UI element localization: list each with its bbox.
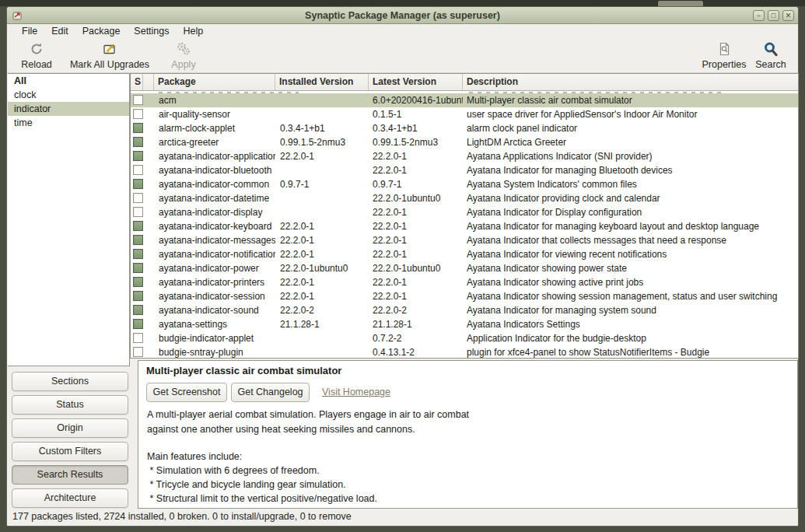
table-row[interactable]: ayatana-indicator-notification22.2.0-122…: [131, 247, 798, 261]
not-installed-checkbox[interactable]: [133, 193, 143, 203]
column-header-status[interactable]: S: [131, 74, 143, 90]
titlebar[interactable]: Synaptic Package Manager (as superuser) …: [7, 7, 798, 24]
not-installed-checkbox[interactable]: [133, 109, 143, 119]
architecture-button[interactable]: Architecture: [12, 488, 128, 508]
description-cell: Ayatana Indicators Settings: [463, 317, 798, 331]
package-table: S Package Installed Version Latest Versi…: [130, 73, 799, 359]
search-results-button[interactable]: Search Results: [12, 465, 128, 485]
not-installed-checkbox[interactable]: [133, 333, 143, 343]
column-header-installed-version[interactable]: Installed Version: [275, 74, 369, 90]
status-text: 177 packages listed, 2724 installed, 0 b…: [12, 509, 352, 524]
search-button[interactable]: Search: [749, 41, 793, 71]
package-name-cell: ayatana-indicator-sound: [154, 303, 275, 317]
column-header-latest-version[interactable]: Latest Version: [369, 74, 463, 90]
menu-help[interactable]: Help: [177, 24, 211, 39]
not-installed-checkbox[interactable]: [133, 165, 143, 175]
installed-checkbox[interactable]: [133, 221, 143, 231]
installed-version-cell: 22.2.0-1: [275, 275, 369, 289]
get-screenshot-button[interactable]: Get Screenshot: [146, 383, 227, 402]
installed-checkbox[interactable]: [133, 249, 143, 259]
package-name-cell: ayatana-indicator-datetime: [154, 191, 275, 205]
installed-version-cell: 22.2.0-1: [275, 289, 369, 303]
status-cell: [131, 219, 154, 233]
menu-package[interactable]: Package: [75, 24, 128, 39]
filter-item-all[interactable]: All: [8, 74, 129, 88]
table-row[interactable]: ayatana-indicator-datetime22.2.0-1ubuntu…: [131, 191, 798, 205]
description-cell: Application Indicator for the budgie-des…: [463, 331, 798, 345]
table-row[interactable]: alarm-clock-applet0.3.4-1+b10.3.4-1+b1al…: [131, 121, 798, 135]
description-cell: Multi-player classic air combat simulato…: [463, 93, 798, 107]
visit-homepage-link[interactable]: Visit Homepage: [322, 383, 390, 402]
table-row[interactable]: acm6.0+20200416-1ubuntuMulti-player clas…: [131, 93, 798, 107]
properties-button[interactable]: Properties: [693, 41, 755, 71]
installed-checkbox[interactable]: [133, 235, 143, 245]
installed-version-cell: 0.99.1.5-2nmu3: [275, 135, 369, 149]
table-row[interactable]: ayatana-indicator-keyboard22.2.0-122.2.0…: [131, 219, 798, 233]
latest-version-cell: 0.3.4-1+b1: [369, 121, 463, 135]
table-row[interactable]: air-quality-sensor0.1.5-1user space driv…: [131, 107, 798, 121]
installed-checkbox[interactable]: [133, 151, 143, 161]
filter-item-indicator[interactable]: indicator: [8, 102, 129, 116]
not-installed-checkbox[interactable]: [133, 347, 143, 357]
installed-version-cell: 21.1.28-1: [275, 317, 369, 331]
status-cell: [131, 261, 154, 275]
close-button[interactable]: ✕: [782, 10, 794, 21]
menu-edit[interactable]: Edit: [44, 24, 75, 39]
installed-version-cell: 22.2.0-1ubuntu0: [275, 261, 369, 275]
installed-checkbox[interactable]: [133, 277, 143, 287]
window-title: Synaptic Package Manager (as superuser): [7, 7, 798, 24]
table-row[interactable]: ayatana-settings21.1.28-121.1.28-1Ayatan…: [131, 317, 798, 331]
maximize-button[interactable]: □: [768, 10, 779, 21]
minimize-button[interactable]: −: [753, 10, 765, 21]
package-name-cell: ayatana-indicator-session: [154, 289, 275, 303]
not-installed-checkbox[interactable]: [133, 95, 143, 105]
status-button[interactable]: Status: [12, 395, 128, 415]
origin-button[interactable]: Origin: [12, 418, 128, 438]
filter-item-time[interactable]: time: [8, 116, 129, 130]
description-cell: Ayatana Indicator showing power state: [463, 261, 798, 275]
reload-button[interactable]: Reload: [13, 41, 60, 71]
latest-version-cell: 22.2.0-1: [369, 233, 463, 247]
get-changelog-button[interactable]: Get Changelog: [231, 383, 310, 402]
latest-version-cell: 0.7.2-2: [369, 331, 463, 345]
column-header-description[interactable]: Description: [463, 74, 798, 90]
installed-version-cell: [275, 345, 369, 359]
installed-checkbox[interactable]: [133, 179, 143, 189]
installed-checkbox[interactable]: [133, 123, 143, 133]
filter-item-clock[interactable]: clock: [8, 88, 129, 102]
package-name-cell: ayatana-indicator-printers: [154, 275, 275, 289]
installed-checkbox[interactable]: [133, 305, 143, 315]
table-row[interactable]: ayatana-indicator-bluetooth22.2.0-1Ayata…: [131, 163, 798, 177]
table-row[interactable]: ayatana-indicator-printers22.2.0-122.2.0…: [131, 275, 798, 289]
table-row[interactable]: ayatana-indicator-sound22.2.0-222.2.0-2A…: [131, 303, 798, 317]
menu-file[interactable]: File: [15, 24, 44, 39]
column-header-package[interactable]: Package: [154, 74, 275, 90]
table-row[interactable]: ayatana-indicator-session22.2.0-122.2.0-…: [131, 289, 798, 303]
installed-checkbox[interactable]: [133, 319, 143, 329]
not-installed-checkbox[interactable]: [133, 207, 143, 217]
table-row[interactable]: ayatana-indicator-application22.2.0-122.…: [131, 149, 798, 163]
description-cell: Ayatana Indicator for managing system so…: [463, 303, 798, 317]
column-header-spacer[interactable]: [143, 74, 154, 90]
menu-settings[interactable]: Settings: [127, 24, 176, 39]
installed-checkbox[interactable]: [133, 291, 143, 301]
clipped-row[interactable]: [131, 91, 798, 93]
table-row[interactable]: arctica-greeter0.99.1.5-2nmu30.99.1.5-2n…: [131, 135, 798, 149]
package-name-cell: ayatana-indicator-common: [154, 177, 275, 191]
mark-all-upgrades-button[interactable]: Mark All Upgrades: [64, 41, 156, 71]
status-cell: [131, 345, 154, 359]
table-row[interactable]: ayatana-indicator-messages22.2.0-122.2.0…: [131, 233, 798, 247]
table-row[interactable]: ayatana-indicator-power22.2.0-1ubuntu022…: [131, 261, 798, 275]
description-cell: Ayatana Indicator showing session manage…: [463, 289, 798, 303]
table-body: acm6.0+20200416-1ubuntuMulti-player clas…: [131, 93, 798, 359]
apply-button[interactable]: Apply: [159, 41, 208, 71]
table-row[interactable]: budgie-indicator-applet0.7.2-2Applicatio…: [131, 331, 798, 345]
table-row[interactable]: budgie-sntray-plugin0.4.13.1-2plugin for…: [131, 345, 798, 359]
installed-checkbox[interactable]: [133, 137, 143, 147]
table-row[interactable]: ayatana-indicator-display22.2.0-1Ayatana…: [131, 205, 798, 219]
table-row[interactable]: ayatana-indicator-common0.9.7-10.9.7-1Ay…: [131, 177, 798, 191]
sections-button[interactable]: Sections: [12, 372, 128, 391]
installed-version-cell: [275, 331, 369, 345]
installed-checkbox[interactable]: [133, 263, 143, 273]
custom-filters-button[interactable]: Custom Filters: [12, 442, 128, 461]
